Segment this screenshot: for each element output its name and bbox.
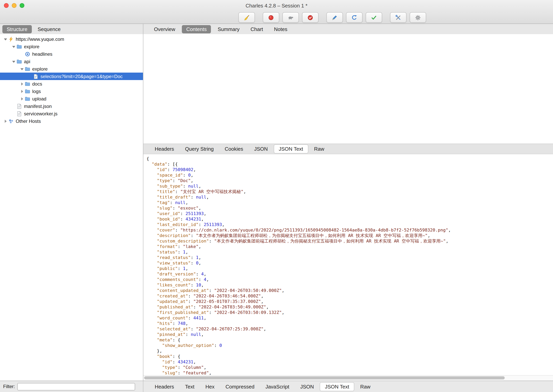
filter-bar: Filter: [0, 381, 143, 392]
bottom-tab-hex[interactable]: Hex [200, 382, 220, 391]
tree-row[interactable]: headlines [0, 50, 143, 58]
sidebar-tab-structure[interactable]: Structure [2, 25, 32, 33]
zoom-window-button[interactable] [20, 3, 24, 8]
tree-row[interactable]: logs [0, 88, 143, 95]
tools-button[interactable] [390, 12, 407, 23]
gears-icon [8, 118, 14, 124]
structure-tree: https://www.yuque.comexploreheadlinesapi… [0, 34, 143, 381]
window-header: Charles 4.2.8 – Session 1 * [0, 0, 553, 24]
bottom-tab-json[interactable]: JSON [295, 382, 319, 391]
filter-input[interactable] [17, 383, 135, 390]
content-tab-summary[interactable]: Summary [213, 25, 244, 33]
scrollbar-thumb[interactable] [144, 376, 505, 379]
pencil-icon [331, 14, 338, 21]
json-text-view[interactable]: { "data": [{ "id": 75098402, "space_id":… [143, 154, 553, 375]
response-tab-raw[interactable]: Raw [309, 144, 329, 154]
response-tab-query-string[interactable]: Query String [180, 144, 219, 154]
response-view-tabs: HeadersQuery StringCookiesJSONJSON TextR… [143, 144, 553, 154]
bottom-tab-headers[interactable]: Headers [150, 382, 179, 391]
toolbar-group [326, 12, 382, 23]
toolbar-groups [238, 12, 426, 23]
content-tabs: OverviewContentsSummaryChartNotes [143, 24, 553, 34]
bottom-tab-text[interactable]: Text [180, 382, 200, 391]
tree-row-label: upload [32, 96, 46, 101]
bottom-view-tabs: HeadersTextHexCompressedJavaScriptJSONJS… [143, 381, 375, 392]
tree-row[interactable]: https://www.yuque.com [0, 35, 143, 43]
disclosure-collapsed-icon[interactable] [20, 81, 24, 86]
tree-row[interactable]: upload [0, 95, 143, 102]
sidebar: StructureSequence https://www.yuque.come… [0, 24, 143, 381]
tree-row[interactable]: explore [0, 65, 143, 73]
throttle-button[interactable] [282, 12, 299, 23]
clear-session-button[interactable] [238, 12, 255, 23]
disclosure-collapsed-icon[interactable] [3, 119, 8, 123]
tree-row[interactable]: Other Hosts [0, 117, 143, 125]
record-button[interactable] [263, 12, 279, 23]
response-tab-json-text[interactable]: JSON Text [274, 144, 308, 154]
content-tab-chart[interactable]: Chart [246, 25, 267, 33]
settings-button[interactable] [410, 12, 426, 23]
filter-label: Filter: [3, 384, 15, 389]
toolbar-group [390, 12, 426, 23]
folder-icon [25, 66, 31, 72]
disclosure-spacer [11, 111, 16, 116]
disclosure-expanded-icon[interactable] [3, 37, 8, 42]
toolbar-group [238, 12, 255, 23]
tree-row[interactable]: manifest.json [0, 102, 143, 110]
horizontal-scrollbar[interactable] [143, 375, 553, 381]
tree-row[interactable]: docs [0, 80, 143, 88]
folder-icon [16, 44, 22, 49]
bottom-bar: Filter: HeadersTextHexCompressedJavaScri… [0, 381, 553, 392]
minimize-window-button[interactable] [12, 3, 16, 8]
bottom-tab-json-text[interactable]: JSON Text [320, 382, 354, 391]
tree-row-label: Other Hosts [16, 118, 41, 124]
compose-button[interactable] [326, 12, 343, 23]
bottom-tab-javascript[interactable]: JavaScript [260, 382, 294, 391]
disclosure-expanded-icon[interactable] [20, 67, 24, 71]
sidebar-tab-sequence[interactable]: Sequence [33, 25, 65, 33]
response-tab-headers[interactable]: Headers [150, 144, 179, 154]
content-tab-overview[interactable]: Overview [150, 25, 180, 33]
refresh-icon [351, 14, 357, 21]
close-window-button[interactable] [4, 3, 9, 8]
main-split: StructureSequence https://www.yuque.come… [0, 24, 553, 381]
sidebar-tabs: StructureSequence [0, 24, 143, 34]
wrench-icon [395, 14, 401, 21]
content-panel: OverviewContentsSummaryChartNotes Header… [143, 24, 553, 381]
disclosure-collapsed-icon[interactable] [20, 96, 24, 101]
validate-button[interactable] [366, 12, 382, 23]
folder-icon [25, 96, 31, 101]
repeat-button[interactable] [346, 12, 363, 23]
tree-row-label: https://www.yuque.com [16, 36, 64, 42]
stop-check-icon [307, 14, 313, 21]
response-tab-json[interactable]: JSON [249, 144, 273, 154]
host-icon [8, 36, 14, 42]
tree-row[interactable]: serviceworker.js [0, 110, 143, 117]
titlebar[interactable]: Charles 4.2.8 – Session 1 * [0, 0, 553, 11]
window-controls [0, 3, 24, 8]
disclosure-expanded-icon[interactable] [11, 44, 16, 49]
tree-row-label: explore [24, 44, 39, 49]
disclosure-expanded-icon[interactable] [11, 59, 16, 64]
content-tab-notes[interactable]: Notes [270, 25, 292, 33]
tree-row-label: logs [32, 89, 41, 94]
bottom-tab-compressed[interactable]: Compressed [220, 382, 259, 391]
check-icon [371, 14, 377, 21]
toolbar [0, 11, 553, 24]
tree-row-label: api [24, 59, 30, 64]
tree-row[interactable]: selections?limit=20&page=1&type=Doc [0, 73, 143, 80]
broom-icon [244, 14, 250, 21]
tree-row[interactable]: api [0, 58, 143, 65]
response-tab-cookies[interactable]: Cookies [220, 144, 248, 154]
breakpoints-button[interactable] [302, 12, 318, 23]
disclosure-collapsed-icon[interactable] [20, 89, 24, 94]
bottom-tab-raw[interactable]: Raw [355, 382, 375, 391]
tree-row-label: docs [32, 81, 42, 86]
json-text-body: { "data": [{ "id": 75098402, "space_id":… [143, 154, 553, 375]
tree-row-label: serviceworker.js [24, 111, 57, 116]
tree-row[interactable]: explore [0, 43, 143, 50]
content-tab-contents[interactable]: Contents [182, 25, 211, 33]
folder-icon [25, 81, 31, 86]
tree-row-label: explore [32, 66, 48, 72]
turtle-icon [287, 14, 294, 21]
